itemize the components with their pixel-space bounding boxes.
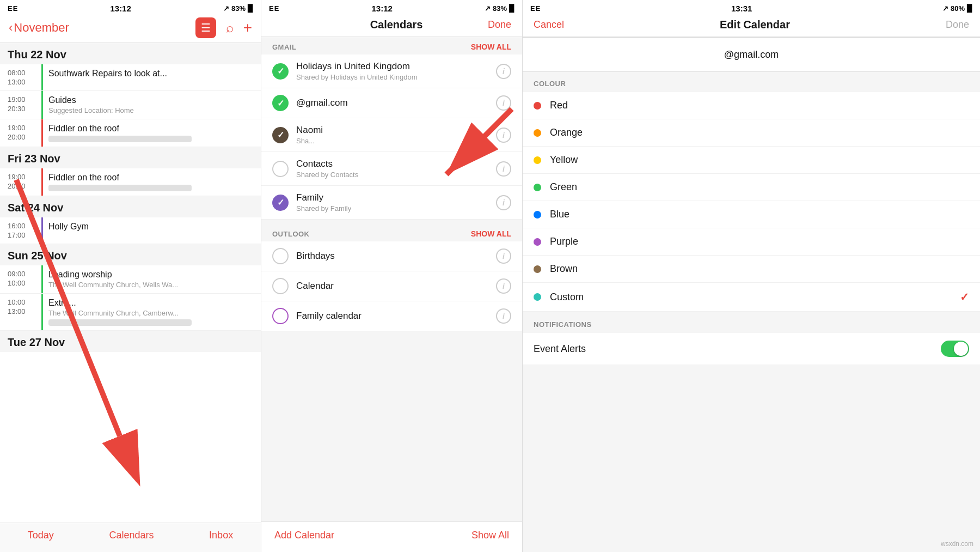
calendar-checkbox-family[interactable]: ✓ bbox=[272, 195, 289, 211]
calendars-done-button[interactable]: Done bbox=[488, 19, 511, 31]
info-icon[interactable]: i bbox=[496, 64, 511, 79]
event-alerts-row: Event Alerts bbox=[523, 333, 980, 365]
event-time: 09:0010:00 bbox=[8, 265, 36, 293]
today-button[interactable]: Today bbox=[28, 530, 54, 541]
list-item[interactable]: ✓ Holidays in United Kingdom Shared by H… bbox=[261, 54, 522, 88]
info-icon[interactable]: i bbox=[496, 278, 511, 294]
table-row[interactable]: 19:0020:30 Guides Suggested Location: Ho… bbox=[0, 91, 261, 119]
list-item[interactable]: Family calendar i bbox=[261, 301, 522, 331]
calendar-name: Family bbox=[296, 192, 496, 203]
calendar-checkbox-naomi[interactable]: ✓ bbox=[272, 127, 289, 143]
calendar-info: Family calendar bbox=[296, 311, 496, 322]
back-label[interactable]: November bbox=[14, 21, 69, 35]
calendar-checkbox-holidays[interactable]: ✓ bbox=[272, 63, 289, 80]
edit-calendar-nav: Cancel Edit Calendar Done bbox=[523, 15, 980, 37]
day-header-sun: Sun 25 Nov bbox=[0, 244, 261, 265]
colour-item-yellow[interactable]: Yellow bbox=[523, 147, 980, 174]
table-row[interactable]: 09:0010:00 Leading worship The Well Comm… bbox=[0, 265, 261, 294]
show-all-button[interactable]: Show All bbox=[471, 530, 509, 541]
colour-item-orange[interactable]: Orange bbox=[523, 119, 980, 147]
colour-item-brown[interactable]: Brown bbox=[523, 256, 980, 283]
gmail-calendar-list: ✓ Holidays in United Kingdom Shared by H… bbox=[261, 54, 522, 220]
gmail-section-header: GMAIL SHOW ALL bbox=[261, 37, 522, 54]
info-icon[interactable]: i bbox=[496, 308, 511, 324]
back-nav[interactable]: ‹ November bbox=[9, 21, 69, 35]
calendar-checkbox-calendar[interactable] bbox=[272, 278, 289, 294]
list-item[interactable]: ✓ Naomi Sha... i bbox=[261, 118, 522, 152]
event-alerts-toggle[interactable] bbox=[941, 341, 969, 357]
purple-dot bbox=[534, 238, 541, 246]
table-row[interactable]: 19:0020:00 Fiddler on the roof bbox=[0, 168, 261, 196]
outlook-section-header: OUTLOOK SHOW ALL bbox=[261, 224, 522, 241]
add-event-icon[interactable]: + bbox=[243, 19, 252, 37]
calendars-nav: Calendars Done bbox=[261, 15, 522, 37]
list-item[interactable]: Calendar i bbox=[261, 271, 522, 301]
time-1: 13:12 bbox=[110, 4, 131, 13]
colour-label-custom: Custom bbox=[550, 292, 960, 303]
calendar-checkbox-birthdays[interactable] bbox=[272, 248, 289, 264]
event-sub: The Well Community Church, Wells Wa... bbox=[48, 281, 253, 289]
info-icon[interactable]: i bbox=[496, 128, 511, 143]
list-item[interactable]: ✓ Family Shared by Family i bbox=[261, 186, 522, 220]
back-chevron-icon[interactable]: ‹ bbox=[9, 21, 13, 35]
calendar-checkbox-contacts[interactable] bbox=[272, 161, 289, 177]
calendar-info: Family Shared by Family bbox=[296, 192, 496, 213]
done-button[interactable]: Done bbox=[946, 19, 969, 31]
calendar-checkbox-family-cal[interactable] bbox=[272, 308, 289, 324]
colour-item-purple[interactable]: Purple bbox=[523, 228, 980, 256]
event-time: 16:0017:00 bbox=[8, 217, 36, 244]
list-icon: ☰ bbox=[201, 21, 211, 34]
calendar-sub: Shared by Family bbox=[296, 204, 496, 213]
calendars-panel: EE 13:12 ↗ 83% ▉ Calendars Done GMAIL SH… bbox=[261, 0, 523, 552]
event-title: Leading worship bbox=[48, 270, 253, 280]
calendar-checkbox-gmail[interactable]: ✓ bbox=[272, 95, 289, 111]
battery-2: ↗ 83% ▉ bbox=[485, 4, 514, 13]
battery-3: ↗ 80% ▉ bbox=[942, 4, 972, 13]
event-details: Extra... The Well Community Church, Camb… bbox=[48, 294, 253, 330]
status-bar-2: EE 13:12 ↗ 83% ▉ bbox=[261, 0, 522, 15]
add-calendar-button[interactable]: Add Calendar bbox=[274, 530, 334, 541]
outlook-show-all-button[interactable]: SHOW ALL bbox=[471, 229, 511, 238]
event-bar bbox=[41, 64, 43, 90]
inbox-button[interactable]: Inbox bbox=[209, 530, 233, 541]
calendar-info: Calendar bbox=[296, 281, 496, 292]
colour-item-red[interactable]: Red bbox=[523, 92, 980, 119]
table-row[interactable]: 19:0020:00 Fiddler on the roof bbox=[0, 119, 261, 147]
list-item[interactable]: Contacts Shared by Contacts i bbox=[261, 152, 522, 186]
list-item[interactable]: Birthdays i bbox=[261, 241, 522, 271]
info-icon[interactable]: i bbox=[496, 161, 511, 177]
cancel-button[interactable]: Cancel bbox=[534, 19, 564, 31]
table-row[interactable]: 10:0013:00 Extra... The Well Community C… bbox=[0, 294, 261, 331]
list-view-button[interactable]: ☰ bbox=[195, 17, 216, 38]
event-title: Extra... bbox=[48, 298, 253, 308]
info-icon[interactable]: i bbox=[496, 95, 511, 111]
event-details: Holly Gym bbox=[48, 217, 253, 244]
event-bar bbox=[41, 294, 43, 330]
table-row[interactable]: 16:0017:00 Holly Gym bbox=[0, 217, 261, 244]
gmail-show-all-button[interactable]: SHOW ALL bbox=[471, 43, 511, 51]
calendars-button[interactable]: Calendars bbox=[109, 530, 154, 541]
event-title: Guides bbox=[48, 95, 253, 105]
event-bar bbox=[41, 119, 43, 147]
orange-dot bbox=[534, 129, 541, 137]
colour-item-green[interactable]: Green bbox=[523, 174, 980, 201]
info-icon[interactable]: i bbox=[496, 248, 511, 264]
colour-item-blue[interactable]: Blue bbox=[523, 201, 980, 228]
event-details: Fiddler on the roof bbox=[48, 119, 253, 147]
event-title: Fiddler on the roof bbox=[48, 173, 253, 183]
calendar-sub: Shared by Holidays in United Kingdom bbox=[296, 73, 496, 81]
colour-label-purple: Purple bbox=[550, 236, 969, 247]
info-icon[interactable]: i bbox=[496, 195, 511, 210]
calendar-name: Contacts bbox=[296, 159, 496, 169]
calendar-name: Calendar bbox=[296, 281, 496, 292]
blurred-content bbox=[48, 319, 192, 326]
colour-item-custom[interactable]: Custom ✓ bbox=[523, 283, 980, 312]
colour-label-brown: Brown bbox=[550, 263, 969, 275]
list-item[interactable]: ✓ @gmail.com i bbox=[261, 88, 522, 118]
event-details: Guides Suggested Location: Home bbox=[48, 91, 253, 119]
nav-actions: ☰ ⌕ + bbox=[195, 17, 252, 38]
colour-label-blue: Blue bbox=[550, 209, 969, 220]
table-row[interactable]: 08:0013:00 Southwark Repairs to look at.… bbox=[0, 64, 261, 91]
event-alerts-label: Event Alerts bbox=[534, 343, 941, 355]
search-icon[interactable]: ⌕ bbox=[226, 20, 234, 35]
